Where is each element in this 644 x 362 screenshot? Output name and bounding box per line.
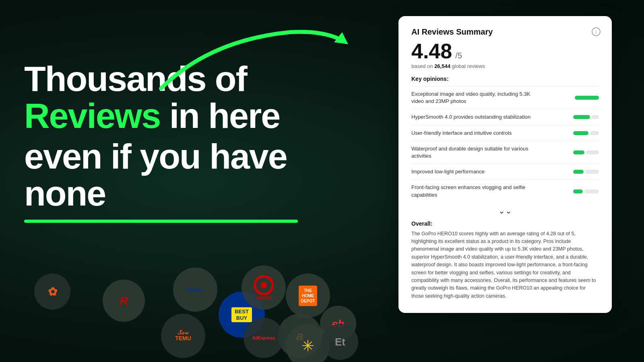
- logo-homedepot: THEHOMEDEPOT: [286, 274, 330, 318]
- opinion-bar: [551, 170, 599, 174]
- opinion-text: Exceptional image and video quality, inc…: [411, 90, 551, 105]
- arrow-decoration: [129, 8, 350, 97]
- key-opinions-label: Key opinions:: [411, 76, 599, 82]
- opinion-row: HyperSmooth 4.0 provides outstanding sta…: [411, 109, 599, 125]
- opinion-bar: [551, 189, 599, 193]
- opinion-bar: [551, 96, 599, 100]
- logo-et: Et: [322, 324, 358, 360]
- review-card: AI Reviews Summary i 4.48 /5 based on 26…: [398, 16, 612, 313]
- opinion-bar: [551, 115, 599, 119]
- headline-line2: in here: [169, 96, 280, 136]
- logo-aliexpress: ✿: [34, 274, 70, 310]
- logo-rakuten: R: [103, 280, 145, 322]
- headline-line3: even if you have none: [24, 138, 314, 212]
- card-title: AI Reviews Summary: [411, 27, 599, 37]
- overall-label: Overall:: [411, 220, 599, 227]
- logo-aliexpress-2: AliExpress: [244, 318, 284, 358]
- logo-target: TARGET: [242, 265, 286, 310]
- opinion-row: User-friendly interface and intuitive co…: [411, 125, 599, 141]
- opinion-text: Waterproof and durable design suitable f…: [411, 145, 551, 160]
- rating-based: based on 26,544 global reviews: [411, 63, 599, 69]
- opinion-row: Waterproof and durable design suitable f…: [411, 141, 599, 164]
- logo-costco: Costco: [173, 267, 217, 312]
- logo-temu: ته‌جگTEMU: [161, 314, 205, 358]
- opinion-text: Improved low-light performance: [411, 168, 551, 175]
- opinion-bar: [551, 150, 599, 154]
- opinion-text: HyperSmooth 4.0 provides outstanding sta…: [411, 113, 551, 121]
- chevron-more-icon[interactable]: ⌄⌄: [411, 206, 599, 216]
- rating-suffix: /5: [455, 51, 462, 60]
- opinion-row: Front-facing screen enhances vlogging an…: [411, 179, 599, 202]
- underline-decoration: [24, 220, 298, 223]
- opinion-text: User-friendly interface and intuitive co…: [411, 130, 551, 137]
- opinion-row: Improved low-light performance: [411, 164, 599, 179]
- opinion-bar: [551, 131, 599, 135]
- opinion-row: Exceptional image and video quality, inc…: [411, 86, 599, 109]
- info-icon[interactable]: i: [592, 27, 601, 36]
- opinions-list: Exceptional image and video quality, inc…: [411, 86, 599, 203]
- overall-text: The GoPro HERO10 scores highly with an a…: [411, 230, 599, 300]
- rating-value: 4.48: [411, 41, 452, 62]
- rating-row: 4.48 /5: [411, 41, 599, 62]
- opinion-text: Front-facing screen enhances vlogging an…: [411, 184, 551, 198]
- headline-green: Reviews: [24, 96, 160, 136]
